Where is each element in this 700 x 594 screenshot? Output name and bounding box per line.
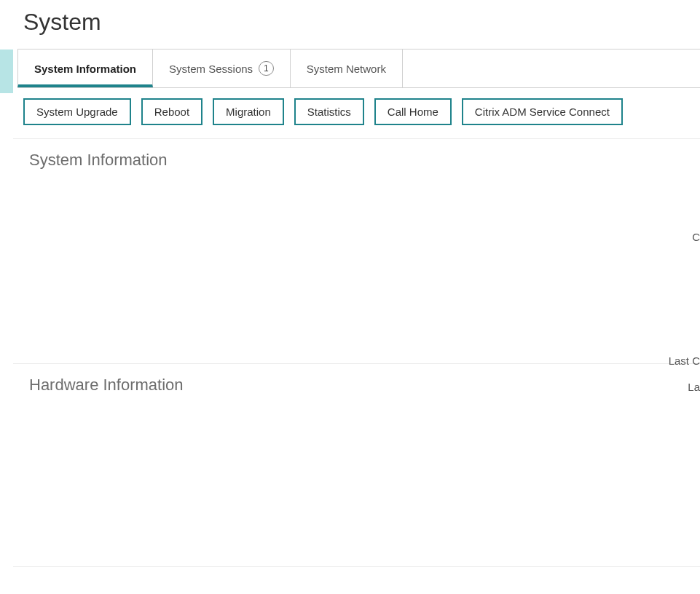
system-information-section: System Information C Last C La: [13, 151, 700, 364]
clipped-label-2: Last C: [669, 355, 700, 367]
nav-active-indicator: [0, 50, 13, 93]
tab-system-network[interactable]: System Network: [290, 50, 403, 87]
tab-label: System Information: [34, 63, 136, 75]
left-gutter: [0, 0, 13, 594]
clipped-label-3: La: [688, 381, 700, 393]
call-home-button[interactable]: Call Home: [374, 98, 452, 125]
citrix-adm-service-connect-button[interactable]: Citrix ADM Service Connect: [462, 98, 623, 125]
tab-badge: 1: [259, 61, 274, 76]
tab-label: System Network: [307, 63, 386, 75]
toolbar: System Upgrade Reboot Migration Statisti…: [13, 88, 700, 139]
tab-label: System Sessions: [169, 63, 253, 75]
tab-system-sessions[interactable]: System Sessions 1: [152, 50, 291, 87]
section-title: System Information: [29, 151, 700, 170]
system-page: System System Information System Session…: [0, 0, 700, 594]
statistics-button[interactable]: Statistics: [294, 98, 364, 125]
tab-system-information[interactable]: System Information: [17, 50, 153, 87]
section-title: Hardware Information: [29, 376, 700, 395]
system-upgrade-button[interactable]: System Upgrade: [23, 98, 131, 125]
hardware-information-section: Hardware Information: [13, 376, 700, 567]
content-area: System System Information System Session…: [13, 0, 700, 594]
section-body: C Last C La: [13, 181, 700, 363]
page-title: System: [23, 9, 700, 36]
section-body: [13, 406, 700, 566]
tabs-spacer: [402, 50, 700, 87]
clipped-label-1: C: [692, 231, 700, 243]
tab-bar: System Information System Sessions 1 Sys…: [17, 49, 700, 88]
reboot-button[interactable]: Reboot: [141, 98, 202, 125]
migration-button[interactable]: Migration: [213, 98, 284, 125]
